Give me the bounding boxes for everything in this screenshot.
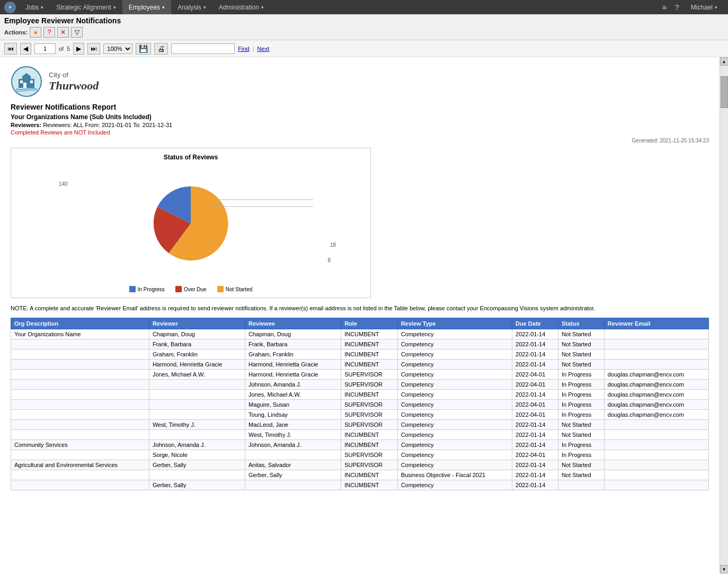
table-cell: In Progress <box>558 380 604 390</box>
table-cell: Anitas, Salvador <box>245 460 341 470</box>
table-cell: Frank, Barbara <box>245 339 341 349</box>
page-header: Employee Reviewer Notifications Actions:… <box>0 14 728 40</box>
table-cell: INCUMBENT <box>341 339 398 349</box>
table-cell <box>11 400 149 410</box>
report-title: Reviewer Notifications Report <box>11 103 709 111</box>
action-btn-filter[interactable]: ▽ <box>71 27 83 38</box>
col-reviewer: Reviewer <box>149 318 245 329</box>
scroll-thumb[interactable] <box>721 76 728 108</box>
table-cell: Competency <box>397 329 512 339</box>
report-logo-section: City of Thurwood <box>11 66 709 97</box>
legend-over-due: Over Due <box>175 286 207 292</box>
table-cell: In Progress <box>558 440 604 450</box>
table-cell: Competency <box>397 440 512 450</box>
table-cell: 2022-01-14 <box>512 470 558 480</box>
table-cell: SUPERVISOR <box>341 410 398 420</box>
table-cell: Harmond, Henrietta Gracie <box>245 370 341 380</box>
table-cell: Graham, Franklin <box>245 349 341 360</box>
table-cell: Competency <box>397 430 512 440</box>
col-review-type: Review Type <box>397 318 512 329</box>
chart-label-140: 140 <box>59 181 68 187</box>
table-cell: Competency <box>397 339 512 349</box>
next-page-button[interactable]: ▶ <box>73 43 84 55</box>
last-page-button[interactable]: ⏭ <box>87 43 100 55</box>
chart-area: 140 18 8 <box>16 165 365 282</box>
action-btn-circle[interactable]: ● <box>30 27 41 38</box>
col-reviewee: Reviewee <box>245 318 341 329</box>
table-cell <box>11 430 149 440</box>
col-due-date: Due Date <box>512 318 558 329</box>
nav-strategic-alignment[interactable]: Strategic Alignment ▾ <box>50 0 122 14</box>
chart-title: Status of Reviews <box>16 154 365 161</box>
table-row: Sorge, NicoleSUPERVISORCompetency2022-04… <box>11 450 709 460</box>
help-icon[interactable]: ? <box>672 0 682 14</box>
nav-analysis[interactable]: Analysis ▾ <box>171 0 212 14</box>
legend-over-due-box <box>175 286 182 292</box>
table-cell: Competency <box>397 420 512 430</box>
nav-jobs[interactable]: Jobs ▾ <box>19 0 50 14</box>
page-number-input[interactable] <box>34 43 56 54</box>
find-link[interactable]: Find <box>238 46 249 52</box>
table-cell: Not Started <box>558 470 604 480</box>
table-cell: douglas.chapman@encv.com <box>604 400 708 410</box>
table-cell: Not Started <box>558 460 604 470</box>
table-cell <box>604 420 708 430</box>
table-cell <box>604 339 708 349</box>
report-subtitle: Your Organizations Name (Sub Units Inclu… <box>11 113 709 121</box>
table-row: Frank, BarbaraFrank, BarbaraINCUMBENTCom… <box>11 339 709 349</box>
table-row: Graham, FranklinGraham, FranklinINCUMBEN… <box>11 349 709 360</box>
table-cell <box>11 349 149 360</box>
first-page-button[interactable]: ⏮ <box>4 43 17 55</box>
data-table: Org Description Reviewer Reviewee Role R… <box>11 318 709 490</box>
table-cell <box>604 460 708 470</box>
prev-page-button[interactable]: ◀ <box>20 43 31 55</box>
table-cell: 2022-01-14 <box>512 339 558 349</box>
toolbar-separator: | <box>253 46 254 52</box>
table-cell <box>149 390 245 400</box>
org-city-label: City of <box>49 71 99 79</box>
table-cell: INCUMBENT <box>341 390 398 400</box>
table-row: Community ServicesJohnson, Amanda J.John… <box>11 440 709 450</box>
save-button[interactable]: 💾 <box>136 43 151 55</box>
print-button[interactable]: 🖨 <box>154 43 168 55</box>
zoom-select[interactable]: 50% 75% 100% 125% 150% 200% <box>103 43 132 54</box>
nav-employees[interactable]: Employees ▾ <box>122 0 171 14</box>
table-cell <box>149 430 245 440</box>
table-cell: INCUMBENT <box>341 470 398 480</box>
table-cell <box>11 410 149 420</box>
table-row: Your Organizations NameChapman, DougChap… <box>11 329 709 339</box>
nav-administration[interactable]: Administration ▾ <box>212 0 270 14</box>
table-cell <box>604 480 708 490</box>
table-row: West, Timothy J.INCUMBENTCompetency2022-… <box>11 430 709 440</box>
table-cell: Johnson, Amanda J. <box>245 380 341 390</box>
strategic-alignment-caret: ▾ <box>113 5 116 10</box>
table-body: Your Organizations NameChapman, DougChap… <box>11 329 709 490</box>
scrollbar[interactable]: ▲ ▼ <box>720 57 728 573</box>
find-input[interactable] <box>171 43 235 54</box>
table-cell: douglas.chapman@encv.com <box>604 390 708 400</box>
scroll-track[interactable] <box>720 66 729 565</box>
menu-icon[interactable]: ≡ <box>659 0 670 14</box>
table-cell: Jones, Michael A.W. <box>245 390 341 400</box>
table-cell <box>11 420 149 430</box>
scroll-up-button[interactable]: ▲ <box>720 57 729 66</box>
table-row: West, Timothy J.MacLeod, JaneSUPERVISORC… <box>11 420 709 430</box>
next-link[interactable]: Next <box>258 46 270 52</box>
table-cell: Toung, Lindsay <box>245 410 341 420</box>
table-cell: INCUMBENT <box>341 329 398 339</box>
table-cell: Gerber, Sally <box>149 460 245 470</box>
col-status: Status <box>558 318 604 329</box>
note-section: NOTE: A complete and accurate 'Reviewer … <box>11 304 709 312</box>
action-btn-close[interactable]: ✕ <box>57 27 69 38</box>
table-cell: Competency <box>397 480 512 490</box>
table-cell: 2022-01-14 <box>512 390 558 400</box>
scroll-down-button[interactable]: ▼ <box>720 565 729 573</box>
table-row: Agricultural and Environmental ServicesG… <box>11 460 709 470</box>
action-btn-help[interactable]: ? <box>43 27 55 38</box>
user-menu[interactable]: Michael ▾ <box>685 0 724 14</box>
page-of-label: of <box>59 46 64 52</box>
table-cell: Maguire, Susan <box>245 400 341 410</box>
col-org-description: Org Description <box>11 318 149 329</box>
table-cell: 2022-04-01 <box>512 450 558 460</box>
table-cell <box>604 360 708 370</box>
